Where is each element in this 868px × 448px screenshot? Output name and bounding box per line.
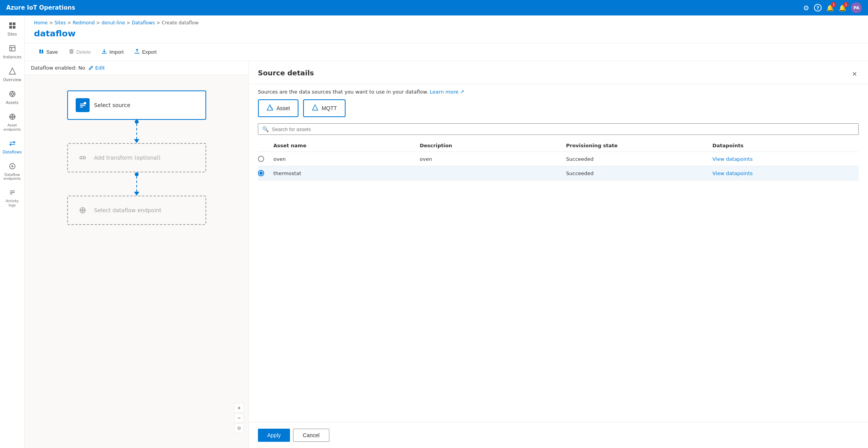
sidebar-item-instances[interactable]: Instances bbox=[2, 41, 23, 63]
endpoint-node-label: Select dataflow endpoint bbox=[94, 207, 162, 213]
breadcrumb-current: Create dataflow bbox=[162, 20, 198, 26]
settings-icon[interactable]: ⚙ bbox=[803, 4, 809, 12]
zoom-out-button[interactable]: − bbox=[234, 413, 244, 422]
close-button[interactable]: ✕ bbox=[851, 69, 859, 79]
notification-badge-2: 1 bbox=[843, 2, 849, 7]
assets-table: Asset name Description Provisioning stat… bbox=[258, 140, 859, 422]
row-radio-thermostat[interactable] bbox=[258, 170, 264, 176]
svg-point-9 bbox=[11, 93, 14, 95]
col-datapoints: Datapoints bbox=[712, 143, 859, 148]
connector-1 bbox=[134, 120, 139, 143]
page-title: dataflow bbox=[25, 27, 868, 43]
cell-datapoints-oven: View datapoints bbox=[712, 156, 859, 162]
details-header: Source details ✕ bbox=[249, 61, 868, 84]
search-input[interactable] bbox=[272, 126, 854, 132]
apply-button[interactable]: Apply bbox=[258, 429, 290, 442]
details-panel: Source details ✕ Sources are the data so… bbox=[249, 61, 868, 448]
import-icon bbox=[102, 49, 107, 55]
cell-datapoints-thermostat: View datapoints bbox=[712, 170, 859, 176]
svg-rect-1 bbox=[13, 22, 15, 25]
table-row[interactable]: oven oven Succeeded View datapoints bbox=[258, 152, 859, 166]
zoom-in-button[interactable]: + bbox=[234, 403, 244, 412]
select-endpoint-node[interactable]: Select dataflow endpoint bbox=[67, 196, 206, 225]
sidebar-item-label-instances: Instances bbox=[3, 55, 22, 60]
svg-rect-2 bbox=[9, 26, 12, 29]
zoom-fit-button[interactable]: ⊡ bbox=[234, 423, 244, 433]
cell-provisioning-thermostat: Succeeded bbox=[566, 170, 712, 176]
cell-description-oven: oven bbox=[420, 156, 566, 162]
overview-icon bbox=[8, 67, 16, 77]
notifications-icon-2[interactable]: 🔔 1 bbox=[839, 4, 846, 12]
details-subtitle: Sources are the data sources that you wa… bbox=[249, 84, 868, 99]
mqtt-type-icon bbox=[312, 104, 319, 112]
add-transform-node[interactable]: Add transform (optional) bbox=[67, 143, 206, 172]
connector-line-2 bbox=[136, 176, 137, 192]
transform-node-icon bbox=[76, 151, 90, 165]
topnav: Azure IoT Operations ⚙ ? 🔔 1 🔔 1 PA bbox=[0, 0, 868, 15]
sidebar-item-assets[interactable]: Assets bbox=[2, 87, 23, 108]
sidebar-item-label-assets: Assets bbox=[6, 101, 19, 105]
svg-rect-23 bbox=[80, 105, 85, 106]
sidebar-item-asset-endpoints[interactable]: Asset endpoints bbox=[2, 110, 23, 135]
sidebar-item-sites[interactable]: Sites bbox=[2, 19, 23, 40]
delete-button[interactable]: Delete bbox=[64, 46, 96, 58]
select-source-node[interactable]: Select source bbox=[67, 90, 206, 120]
view-datapoints-thermostat[interactable]: View datapoints bbox=[712, 170, 753, 176]
cell-asset-name-thermostat: thermostat bbox=[273, 170, 420, 176]
connector-2 bbox=[134, 172, 139, 196]
export-button[interactable]: Export bbox=[130, 46, 161, 58]
table-header: Asset name Description Provisioning stat… bbox=[258, 140, 859, 152]
avatar[interactable]: PA bbox=[851, 2, 862, 13]
svg-point-25 bbox=[84, 102, 86, 104]
toolbar: Save Delete Import Export bbox=[25, 43, 868, 61]
cancel-button[interactable]: Cancel bbox=[293, 429, 329, 442]
notifications-icon-1[interactable]: 🔔 1 bbox=[826, 4, 834, 12]
connector-dot-1 bbox=[135, 120, 139, 124]
export-icon bbox=[134, 49, 140, 55]
notification-badge-1: 1 bbox=[831, 2, 836, 7]
connector-arrow-1 bbox=[134, 139, 139, 143]
col-asset-name: Asset name bbox=[273, 143, 420, 148]
import-button[interactable]: Import bbox=[97, 46, 128, 58]
sites-icon bbox=[8, 22, 16, 31]
sidebar-item-label-asset-endpoints: Asset endpoints bbox=[3, 123, 22, 132]
sidebar-item-dataflow-endpoints[interactable]: Dataflow endpoints bbox=[2, 159, 23, 184]
source-node-icon bbox=[76, 98, 90, 112]
dataflow-enabled-bar: Dataflow enabled: No Edit bbox=[25, 61, 248, 75]
source-type-mqtt-button[interactable]: MQTT bbox=[303, 99, 346, 117]
instances-icon bbox=[8, 44, 16, 54]
source-type-asset-button[interactable]: Asset bbox=[258, 99, 298, 117]
svg-rect-3 bbox=[13, 26, 15, 29]
breadcrumb-donut-line[interactable]: donut-line bbox=[102, 20, 125, 26]
breadcrumb: Home > Sites > Redmond > donut-line > Da… bbox=[25, 15, 868, 27]
svg-rect-4 bbox=[10, 46, 15, 51]
canvas-zoom: + − ⊡ bbox=[234, 403, 244, 433]
view-datapoints-oven[interactable]: View datapoints bbox=[712, 156, 753, 162]
help-icon[interactable]: ? bbox=[814, 4, 822, 12]
svg-marker-7 bbox=[9, 68, 15, 74]
transform-node-label: Add transform (optional) bbox=[94, 155, 161, 161]
delete-icon bbox=[69, 49, 74, 55]
breadcrumb-home[interactable]: Home bbox=[34, 20, 47, 26]
sidebar-item-overview[interactable]: Overview bbox=[2, 64, 23, 85]
breadcrumb-sites[interactable]: Sites bbox=[54, 20, 66, 26]
connector-line-1 bbox=[136, 124, 137, 139]
source-type-buttons: Asset MQTT bbox=[249, 99, 868, 122]
cell-provisioning-oven: Succeeded bbox=[566, 156, 712, 162]
save-icon bbox=[39, 49, 44, 55]
asset-type-icon bbox=[266, 104, 273, 112]
canvas-panel: Dataflow enabled: No Edit Select source bbox=[25, 61, 249, 448]
breadcrumb-dataflows[interactable]: Dataflows bbox=[132, 20, 155, 26]
breadcrumb-redmond[interactable]: Redmond bbox=[73, 20, 95, 26]
table-row[interactable]: thermostat Succeeded View datapoints bbox=[258, 166, 859, 181]
asset-endpoints-icon bbox=[8, 113, 16, 122]
canvas-inner: Select source Add transform (optional) bbox=[25, 75, 248, 240]
details-title: Source details bbox=[258, 69, 314, 77]
learn-more-link[interactable]: Learn more ↗ bbox=[430, 89, 464, 95]
cell-asset-name-oven: oven bbox=[273, 156, 420, 162]
sidebar-item-dataflows[interactable]: Dataflows bbox=[2, 136, 23, 158]
sidebar-item-activity-logs[interactable]: Activity logs bbox=[2, 186, 23, 211]
save-button[interactable]: Save bbox=[34, 46, 63, 58]
edit-link[interactable]: Edit bbox=[88, 65, 105, 71]
row-radio-oven[interactable] bbox=[258, 156, 264, 162]
